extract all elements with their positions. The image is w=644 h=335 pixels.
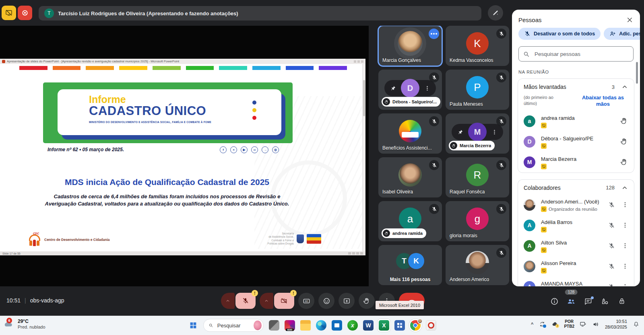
tray-chevron-icon[interactable]: ^ [531, 322, 533, 327]
meeting-details-icon[interactable] [549, 296, 559, 306]
present-button[interactable] [339, 293, 355, 309]
presentation-blocked-icon[interactable] [2, 6, 16, 20]
participant-row[interactable]: Anderson Ameri... (Você) Organizador da … [518, 195, 634, 215]
powerpoint-scrollbar[interactable] [362, 64, 365, 251]
edge-icon[interactable] [316, 320, 326, 331]
xbox-icon[interactable]: x [347, 320, 358, 331]
more-options-icon[interactable] [424, 85, 430, 91]
mute-all-button[interactable]: Desativar o som de todos [518, 28, 601, 40]
powerpoint-window: Apresentação de slides do PowerPoint - [… [0, 59, 365, 255]
participant-row[interactable]: A AMANDA MAYSA [518, 277, 634, 287]
people-icon[interactable]: 128 [566, 296, 576, 306]
avatar: M [524, 156, 535, 168]
more-options-icon[interactable] [622, 222, 628, 228]
excel-icon[interactable]: X [379, 320, 389, 331]
participant-row[interactable]: A Ailton Silva [518, 236, 634, 256]
tile-marcia-goncalves[interactable]: Marcia Gonçalves [378, 26, 442, 66]
sync-icon[interactable] [538, 320, 546, 328]
tile-paula-meneses[interactable]: P Paula Meneses [446, 70, 509, 110]
tile-beneficios-assistenciais[interactable]: Benefícios Assistenci... [378, 113, 442, 154]
raised-hand-pill: Débora - Salgueiro/... [382, 97, 440, 107]
tile-debora-salgueiro[interactable]: D Débora - Salgueiro/... [378, 70, 442, 110]
camera-toggle-button[interactable]: ! [274, 293, 294, 309]
more-options-icon[interactable] [622, 284, 628, 286]
view-buttons[interactable] [348, 252, 363, 255]
participant-row[interactable]: A Adélia Barros [518, 215, 634, 236]
collaborators-header[interactable]: Colaboradores 128 [518, 180, 634, 195]
slide-color-bars [19, 66, 347, 70]
raised-hands-header[interactable]: Mãos levantadas 3 [518, 79, 634, 94]
window-buttons[interactable] [354, 60, 363, 63]
mic-options-chevron[interactable] [221, 293, 235, 309]
raised-hand-row[interactable]: M Marcia Bezerra [518, 152, 634, 173]
presentation-blocked-badge [541, 206, 547, 212]
raised-hand-icon [450, 142, 457, 149]
onedrive-cloud-icon[interactable]: ! [551, 320, 559, 328]
more-options-icon[interactable] [622, 201, 628, 208]
display-icon[interactable] [579, 320, 587, 328]
camera-options-chevron[interactable] [260, 293, 273, 309]
recording-indicator[interactable] [18, 6, 32, 20]
chat-notification-dot [591, 296, 594, 299]
file-explorer-icon[interactable] [300, 320, 311, 331]
raised-hand-icon [383, 230, 390, 237]
start-button[interactable] [188, 321, 198, 330]
clock[interactable]: 10:51 28/03/2025 [605, 319, 627, 330]
tile-hover-controls: M [452, 124, 503, 140]
avatar: A [524, 220, 535, 231]
presenter-name: Tarcísio Luiz Rodrigues de Oliveira (Apr… [58, 10, 238, 16]
notifications-bell-icon[interactable] [632, 320, 640, 328]
more-options-icon[interactable] [622, 243, 628, 249]
tile-anderson-americo[interactable]: Anderson Americo [446, 245, 509, 285]
taskbar-search[interactable] [203, 319, 264, 332]
facebook-icon: f [220, 146, 227, 153]
instagram-icon: ◎ [272, 146, 279, 153]
youtube-icon: ▶ [241, 146, 248, 153]
chrome-icon[interactable] [410, 320, 421, 331]
tile-isabel-oliveira[interactable]: Isabel Oliveira [378, 157, 442, 197]
microsoft365-icon[interactable]: M365 [285, 320, 295, 331]
snipping-tool-icon[interactable] [426, 320, 436, 331]
panel-scrollbar[interactable] [636, 62, 638, 84]
word-icon[interactable]: W [363, 320, 374, 331]
more-options-icon[interactable] [622, 263, 628, 269]
annotation-pen-button[interactable] [488, 5, 503, 21]
mic-toggle-button[interactable]: ! [235, 293, 256, 309]
participant-row[interactable]: Alisson Pereira [518, 256, 634, 277]
calculator-icon[interactable] [394, 320, 405, 331]
tile-gloria-morais[interactable]: g gloria morais [446, 201, 509, 241]
weather-widget[interactable]: 6 29°C Pred. nublado [3, 319, 45, 330]
raised-hand-row[interactable]: a andrea ramida [518, 111, 634, 132]
weather-description: Pred. nublado [18, 325, 45, 330]
microsoft-store-icon[interactable] [332, 320, 342, 331]
speaker-icon[interactable] [592, 320, 600, 328]
raised-hand-row[interactable]: D Débora - Salgueiro/PE [518, 132, 634, 152]
tile-andrea-ramida[interactable]: a andrea ramida [378, 201, 442, 241]
tile-marcia-bezerra[interactable]: M Marcia Bezerra [446, 113, 509, 154]
chat-icon[interactable] [583, 296, 593, 306]
mic-off-icon [608, 222, 615, 229]
raise-hand-button[interactable] [359, 293, 375, 309]
people-search-input[interactable] [534, 51, 629, 58]
tile-raquel-fonseca[interactable]: R Raquel Fonsêca [446, 157, 509, 197]
avatar: K [466, 32, 489, 55]
tile-more-people[interactable]: T K Mais 116 pessoas [378, 245, 442, 285]
search-icon [208, 323, 213, 328]
reactions-button[interactable] [318, 293, 334, 309]
slide-headline: MDS inicia Ação de Qualificação Cadastra… [38, 177, 296, 187]
search-highlight-image [254, 321, 262, 330]
screenshare-stage: Apresentação de slides do PowerPoint - [… [0, 26, 369, 286]
more-options-icon[interactable] [491, 129, 497, 135]
task-view-icon[interactable] [269, 320, 279, 331]
taskbar-search-input[interactable] [217, 322, 250, 329]
activities-icon[interactable] [600, 296, 610, 306]
add-people-button[interactable]: Adic. pes [604, 28, 640, 40]
close-icon[interactable] [626, 16, 634, 24]
language-indicator[interactable]: POR PTB2 [564, 319, 574, 329]
host-controls-icon[interactable] [617, 296, 627, 306]
lower-all-hands-link[interactable]: Abaixar todas as mãos [578, 95, 628, 108]
tile-kedma-vasconcelos[interactable]: K Kedma Vasconcelos [446, 26, 509, 66]
pin-icon[interactable] [457, 129, 463, 135]
captions-button[interactable] [298, 293, 314, 309]
pin-icon[interactable] [390, 85, 396, 91]
